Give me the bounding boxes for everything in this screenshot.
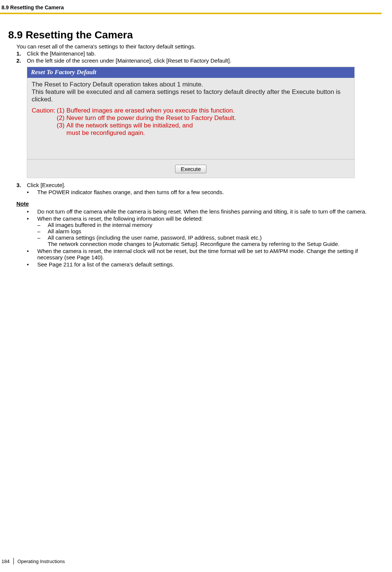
dash-item-1: – All images buffered in the internal me… — [37, 222, 339, 228]
dash-item-3: – All camera settings (including the use… — [37, 234, 339, 247]
bullet-icon: • — [27, 215, 37, 247]
screenshot-panel: Reset To Factory Default The Reset to Fa… — [27, 67, 355, 178]
step-text: Click [Execute]. — [27, 182, 65, 188]
footer-separator — [13, 558, 14, 565]
section-heading: 8.9 Resetting the Camera — [0, 29, 382, 41]
note-item-1: • Do not turn off the camera while the c… — [27, 208, 382, 215]
screenshot-divider — [27, 159, 354, 159]
step-1: 1. Click the [Maintenance] tab. — [16, 50, 382, 57]
caution-item-3: (3) All the network settings will be ini… — [57, 122, 350, 137]
screenshot-title-bar: Reset To Factory Default — [27, 67, 354, 78]
note-item-4: • See Page 211 for a list of the camera'… — [27, 261, 382, 268]
dash-item-2: – All alarm logs — [37, 228, 339, 234]
screenshot-button-row: Execute — [27, 161, 354, 178]
caution-num: (1) — [57, 107, 66, 114]
note-text: When the camera is reset, the following … — [37, 215, 339, 247]
execute-button[interactable]: Execute — [175, 165, 206, 173]
note-text: See Page 211 for a list of the camera's … — [37, 261, 174, 268]
caution-num: (2) — [57, 114, 66, 122]
note-item-2: • When the camera is reset, the followin… — [27, 215, 382, 247]
dash-text: All camera settings (including the user … — [48, 234, 339, 247]
intro-text: You can reset all of the camera's settin… — [16, 43, 382, 50]
screenshot-line2: This feature will be executed and all ca… — [32, 88, 350, 103]
dash-text-line1: All camera settings (including the user … — [48, 234, 339, 241]
caution-item-1: (1) Buffered images are erased when you … — [57, 107, 350, 114]
note-text-line: When the camera is reset, the following … — [37, 215, 339, 222]
footer-doc-title: Operating Instructions — [18, 559, 65, 564]
caution-item-2: (2) Never turn off the power during the … — [57, 114, 350, 122]
caution-text: All the network settings will be initial… — [66, 122, 193, 137]
note-text: When the camera is reset, the internal c… — [37, 248, 382, 260]
step-3: 3. Click [Execute]. — [16, 182, 382, 188]
step-text: Click the [Maintenance] tab. — [27, 50, 96, 57]
step-number: 1. — [16, 50, 27, 57]
screenshot-line1: The Reset to Factory Default operation t… — [32, 81, 350, 88]
dash-icon: – — [37, 234, 48, 247]
bullet-icon: • — [27, 208, 37, 215]
step-2: 2. On the left side of the screen under … — [16, 57, 382, 64]
screenshot-body: The Reset to Factory Default operation t… — [27, 78, 354, 161]
screenshot-caution: Caution: (1) Buffered images are erased … — [32, 107, 350, 137]
note-text: Do not turn off the camera while the cam… — [37, 208, 367, 215]
dash-text: All alarm logs — [48, 228, 81, 234]
dash-text-line2: The network connection mode changes to [… — [48, 241, 339, 247]
note-heading: Note — [16, 200, 382, 207]
step-number: 2. — [16, 57, 27, 64]
caution-text: Never turn off the power during the Rese… — [66, 114, 236, 122]
sub-text: The POWER indicator flashes orange, and … — [37, 189, 224, 195]
step-text: On the left side of the screen under [Ma… — [27, 57, 231, 64]
step-number: 3. — [16, 182, 27, 188]
caution-text: Buffered images are erased when you exec… — [66, 107, 234, 114]
bullet-icon: • — [27, 248, 37, 260]
dash-icon: – — [37, 222, 48, 228]
dash-text: All images buffered in the internal memo… — [48, 222, 152, 228]
caution-text-line2: must be reconfigured again. — [66, 129, 145, 136]
dash-icon: – — [37, 228, 48, 234]
bullet-icon: • — [27, 189, 37, 195]
note-item-3: • When the camera is reset, the internal… — [27, 248, 382, 260]
header-divider — [0, 13, 382, 14]
page-number: 184 — [0, 559, 13, 564]
note-list: • Do not turn off the camera while the c… — [27, 208, 382, 268]
caution-text-line1: All the network settings will be initial… — [66, 122, 193, 129]
caution-label: Caution: — [32, 107, 57, 137]
bullet-icon: • — [27, 261, 37, 268]
step-3-sub: • The POWER indicator flashes orange, an… — [27, 189, 382, 195]
page-footer: 184 Operating Instructions — [0, 558, 65, 565]
caution-num: (3) — [57, 122, 66, 137]
page-header-breadcrumb: 8.9 Resetting the Camera — [0, 4, 382, 13]
body-content: You can reset all of the camera's settin… — [0, 43, 382, 268]
caution-list: (1) Buffered images are erased when you … — [57, 107, 350, 137]
